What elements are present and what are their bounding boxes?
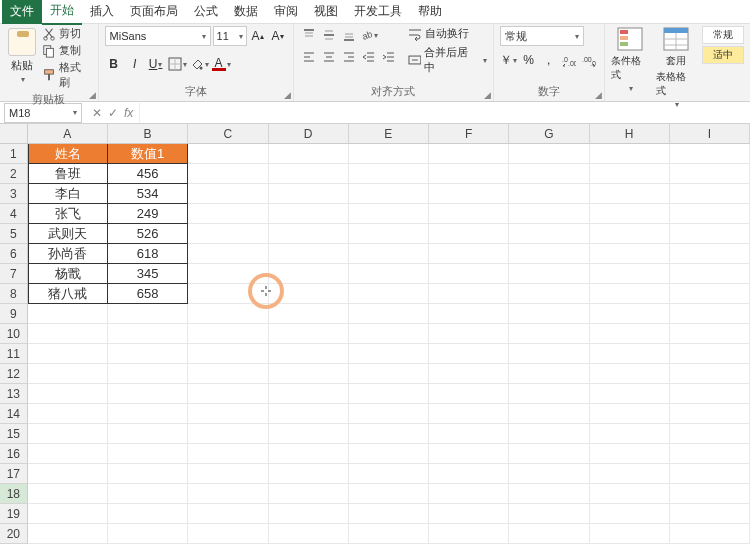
cell-A6[interactable]: 孙尚香 — [28, 244, 108, 264]
cell-D2[interactable] — [269, 164, 349, 184]
cell-A12[interactable] — [28, 364, 108, 384]
menu-formulas[interactable]: 公式 — [186, 0, 226, 24]
select-all-corner[interactable] — [0, 124, 28, 144]
cell-E17[interactable] — [349, 464, 429, 484]
cell-H10[interactable] — [590, 324, 670, 344]
cell-B6[interactable]: 618 — [108, 244, 188, 264]
orientation-button[interactable]: ab▾ — [360, 26, 378, 44]
cell-A1[interactable]: 姓名 — [28, 144, 108, 164]
cell-H14[interactable] — [590, 404, 670, 424]
cell-I3[interactable] — [670, 184, 750, 204]
cell-I2[interactable] — [670, 164, 750, 184]
row-header-17[interactable]: 17 — [0, 464, 28, 484]
menu-data[interactable]: 数据 — [226, 0, 266, 24]
increase-indent-button[interactable] — [380, 48, 398, 66]
row-header-6[interactable]: 6 — [0, 244, 28, 264]
cell-C9[interactable] — [188, 304, 268, 324]
cell-F1[interactable] — [429, 144, 509, 164]
cell-F13[interactable] — [429, 384, 509, 404]
cell-C13[interactable] — [188, 384, 268, 404]
cell-G10[interactable] — [509, 324, 589, 344]
cell-H7[interactable] — [590, 264, 670, 284]
column-header-E[interactable]: E — [349, 124, 429, 144]
cell-E12[interactable] — [349, 364, 429, 384]
cell-E4[interactable] — [349, 204, 429, 224]
merge-center-button[interactable]: 合并后居中▾ — [408, 45, 487, 75]
cell-F12[interactable] — [429, 364, 509, 384]
cell-I11[interactable] — [670, 344, 750, 364]
cell-I16[interactable] — [670, 444, 750, 464]
row-header-8[interactable]: 8 — [0, 284, 28, 304]
cell-D11[interactable] — [269, 344, 349, 364]
cell-G4[interactable] — [509, 204, 589, 224]
cell-B4[interactable]: 249 — [108, 204, 188, 224]
paste-button[interactable]: 粘贴 ▾ — [6, 26, 38, 86]
decrease-indent-button[interactable] — [360, 48, 378, 66]
cell-B18[interactable] — [108, 484, 188, 504]
menu-help[interactable]: 帮助 — [410, 0, 450, 24]
cell-G2[interactable] — [509, 164, 589, 184]
cell-H15[interactable] — [590, 424, 670, 444]
cell-C12[interactable] — [188, 364, 268, 384]
cell-I8[interactable] — [670, 284, 750, 304]
clipboard-launcher-icon[interactable]: ◢ — [89, 90, 96, 100]
cell-E8[interactable] — [349, 284, 429, 304]
cell-A8[interactable]: 猪八戒 — [28, 284, 108, 304]
cell-D19[interactable] — [269, 504, 349, 524]
row-header-7[interactable]: 7 — [0, 264, 28, 284]
cell-D1[interactable] — [269, 144, 349, 164]
cell-D20[interactable] — [269, 524, 349, 544]
conditional-format-button[interactable]: 条件格式▾ — [611, 26, 651, 93]
cell-E14[interactable] — [349, 404, 429, 424]
cell-G13[interactable] — [509, 384, 589, 404]
column-header-I[interactable]: I — [670, 124, 750, 144]
cell-H16[interactable] — [590, 444, 670, 464]
cell-C3[interactable] — [188, 184, 268, 204]
cell-D10[interactable] — [269, 324, 349, 344]
cell-H6[interactable] — [590, 244, 670, 264]
cell-I1[interactable] — [670, 144, 750, 164]
cell-B11[interactable] — [108, 344, 188, 364]
cell-B1[interactable]: 数值1 — [108, 144, 188, 164]
cell-H9[interactable] — [590, 304, 670, 324]
row-header-1[interactable]: 1 — [0, 144, 28, 164]
cell-A15[interactable] — [28, 424, 108, 444]
number-launcher-icon[interactable]: ◢ — [595, 90, 602, 100]
cell-I7[interactable] — [670, 264, 750, 284]
paste-dropdown-icon[interactable]: ▾ — [21, 75, 25, 84]
align-left-button[interactable] — [300, 48, 318, 66]
percent-button[interactable]: % — [520, 50, 538, 70]
cell-G11[interactable] — [509, 344, 589, 364]
cell-C18[interactable] — [188, 484, 268, 504]
cell-B15[interactable] — [108, 424, 188, 444]
cell-B5[interactable]: 526 — [108, 224, 188, 244]
column-header-B[interactable]: B — [108, 124, 188, 144]
font-color-button[interactable]: A▾ — [212, 54, 231, 74]
cell-I20[interactable] — [670, 524, 750, 544]
cell-H5[interactable] — [590, 224, 670, 244]
cell-F16[interactable] — [429, 444, 509, 464]
cell-E3[interactable] — [349, 184, 429, 204]
cell-E2[interactable] — [349, 164, 429, 184]
cell-A14[interactable] — [28, 404, 108, 424]
cell-H12[interactable] — [590, 364, 670, 384]
cell-I6[interactable] — [670, 244, 750, 264]
cell-E1[interactable] — [349, 144, 429, 164]
cell-G12[interactable] — [509, 364, 589, 384]
align-bottom-button[interactable] — [340, 26, 358, 44]
cell-G8[interactable] — [509, 284, 589, 304]
format-painter-button[interactable]: 格式刷 — [42, 60, 92, 90]
row-header-20[interactable]: 20 — [0, 524, 28, 544]
cell-F3[interactable] — [429, 184, 509, 204]
cell-F19[interactable] — [429, 504, 509, 524]
cell-A3[interactable]: 李白 — [28, 184, 108, 204]
cell-C16[interactable] — [188, 444, 268, 464]
row-header-12[interactable]: 12 — [0, 364, 28, 384]
bold-button[interactable]: B — [105, 54, 123, 74]
row-header-18[interactable]: 18 — [0, 484, 28, 504]
cell-H4[interactable] — [590, 204, 670, 224]
cell-F2[interactable] — [429, 164, 509, 184]
cell-C17[interactable] — [188, 464, 268, 484]
cell-D15[interactable] — [269, 424, 349, 444]
cell-C10[interactable] — [188, 324, 268, 344]
